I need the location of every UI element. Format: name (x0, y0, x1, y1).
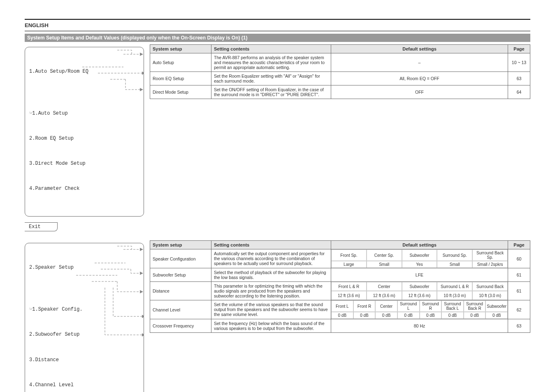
table-header-row: System setup Setting contents Default se… (150, 44, 530, 53)
cell: Small / 2spkrs (472, 261, 508, 268)
table-header-row-2: System setup Setting contents Default se… (150, 240, 530, 249)
cell-page: 60 (508, 249, 530, 268)
cell: Center (375, 300, 397, 312)
cell-setup: Crossover Frequency (150, 319, 211, 333)
menu-column-1: 1.Auto Setup/Room EQ ☞1.Auto Setup 2.Roo… (25, 44, 144, 231)
cell-page: 63 (508, 72, 530, 85)
col-header-page: Page (508, 240, 530, 249)
cell: Surround Back R (464, 300, 486, 312)
cell: Yes (402, 261, 437, 268)
cell: Subwoofer (402, 282, 437, 291)
cell: 10 ft (3.0 m) (472, 291, 508, 300)
table-row: Room EQ Setup Set the Room Equalizer set… (150, 72, 530, 85)
cell-default: OFF (331, 85, 508, 99)
menu-title: 1.Auto Setup/Room EQ (29, 67, 139, 76)
cell-content: Set the frequency (Hz) below which the b… (211, 319, 331, 333)
cell: Surround L (397, 300, 420, 312)
cell: Subwoofer (402, 249, 437, 261)
menu-item: 2.Room EQ Setup (29, 134, 139, 143)
cell: 0 dB (464, 312, 486, 319)
cell-setup: Auto Setup (150, 53, 211, 72)
section-speaker-setup: 2.Speaker Setup ☞1.Speaker Config. 2.Sub… (25, 240, 530, 347)
exit-label: Exit (25, 222, 58, 231)
cell: Surround Back Sp. (472, 249, 508, 261)
cell-content: Automatically set the output component a… (211, 249, 331, 268)
cell-page: 61 (508, 268, 530, 282)
menu-box-speaker-setup: 2.Speaker Setup ☞1.Speaker Config. 2.Sub… (25, 243, 144, 392)
system-setup-title: System Setup Items and Default Values (d… (25, 34, 530, 42)
cell: Small (367, 261, 402, 268)
menu-item: ☞1.Speaker Config. (29, 305, 139, 314)
heading-english: ENGLISH (25, 22, 530, 28)
page-root: ENGLISH System Setup Items and Default V… (0, 0, 555, 392)
cell-page: 62 (508, 300, 530, 319)
cell-setup: Channel Level (150, 300, 211, 319)
cell: Surround Sp. (437, 249, 472, 261)
cell-default: 80 Hz (331, 319, 508, 333)
cell: 0 dB (397, 312, 420, 319)
menu-box-auto-setup: 1.Auto Setup/Room EQ ☞1.Auto Setup 2.Roo… (25, 47, 144, 217)
cell-setup: Direct Mode Setup (150, 85, 211, 99)
cell-default: LFE (331, 268, 508, 282)
cell-setup: Speaker Configuration (150, 249, 211, 268)
cell: Center Sp. (367, 249, 402, 261)
col-header-content: Setting contents (211, 44, 331, 53)
cell: 0 dB (353, 312, 376, 319)
cell: Small (437, 261, 472, 268)
menu-item: 4.Channel Level (29, 381, 139, 389)
menu-column-2: 2.Speaker Setup ☞1.Speaker Config. 2.Sub… (25, 240, 144, 347)
cell: 0 dB (375, 312, 397, 319)
cell: 0 dB (331, 312, 353, 319)
cell-page: 64 (508, 85, 530, 99)
col-header-default: Default settings (331, 240, 508, 249)
cell-content: Set the ON/OFF setting of Room Equalizer… (211, 85, 331, 99)
menu-item: ☞1.Auto Setup (29, 109, 139, 118)
cell: Front R (353, 300, 376, 312)
cell: Large (331, 261, 367, 268)
cell-content: Select the method of playback of the sub… (211, 268, 331, 282)
section-auto-setup: 1.Auto Setup/Room EQ ☞1.Auto Setup 2.Roo… (25, 44, 530, 231)
cell-content: The AVR-887 performs an analysis of the … (211, 53, 331, 72)
cell-setup: Distance (150, 282, 211, 300)
cell: Subwoofer (485, 300, 508, 312)
cell-content: Set the volume of the various speakers s… (211, 300, 331, 319)
cell: 0 dB (441, 312, 464, 319)
table-row: Speaker Configuration Automatically set … (150, 249, 530, 268)
cell-setup: Subwoofer Setup (150, 268, 211, 282)
col-header-default: Default settings (331, 44, 508, 53)
cell-setup: Room EQ Setup (150, 72, 211, 85)
cell: 10 ft (3.0 m) (437, 291, 472, 300)
cell-page: 61 (508, 282, 530, 300)
cell: Front L (331, 300, 353, 312)
menu-title: 2.Speaker Setup (29, 263, 139, 272)
cell: Surround Back (472, 282, 508, 291)
cell-content: Set the Room Equalizer setting with "All… (211, 72, 331, 85)
table-row: Auto Setup The AVR-887 performs an analy… (150, 53, 530, 72)
cell: Front Sp. (331, 249, 367, 261)
table-row: Subwoofer Setup Select the method of pla… (150, 268, 530, 282)
col-header-content: Setting contents (211, 240, 331, 249)
cell-page: 10 ~ 13 (508, 53, 530, 72)
table-row: Distance This parameter is for optimizin… (150, 282, 530, 300)
cell: 0 dB (485, 312, 508, 319)
menu-item: 3.Direct Mode Setup (29, 159, 139, 168)
cell: Surround R (420, 300, 442, 312)
cell-page: 63 (508, 319, 530, 333)
col-header-setup: System setup (150, 240, 211, 249)
cell: 0 dB (420, 312, 442, 319)
cell: 12 ft (3.6 m) (367, 291, 402, 300)
cell: Front L & R (331, 282, 367, 291)
menu-item: 2.Subwoofer Setup (29, 330, 139, 339)
cell: 12 ft (3.6 m) (331, 291, 367, 300)
cell: Surround L & R (437, 282, 472, 291)
table-row: Direct Mode Setup Set the ON/OFF setting… (150, 85, 530, 99)
cell: 12 ft (3.6 m) (402, 291, 437, 300)
col-header-setup: System setup (150, 44, 211, 53)
cell-default: All, Room EQ = OFF (331, 72, 508, 85)
cell: Center (367, 282, 402, 291)
col-header-page: Page (508, 44, 530, 53)
table-row: Crossover Frequency Set the frequency (H… (150, 319, 530, 333)
cell-content: This parameter is for optimizing the tim… (211, 282, 331, 300)
cell-default: – (331, 53, 508, 72)
menu-item: 4.Parameter Check (29, 184, 139, 193)
